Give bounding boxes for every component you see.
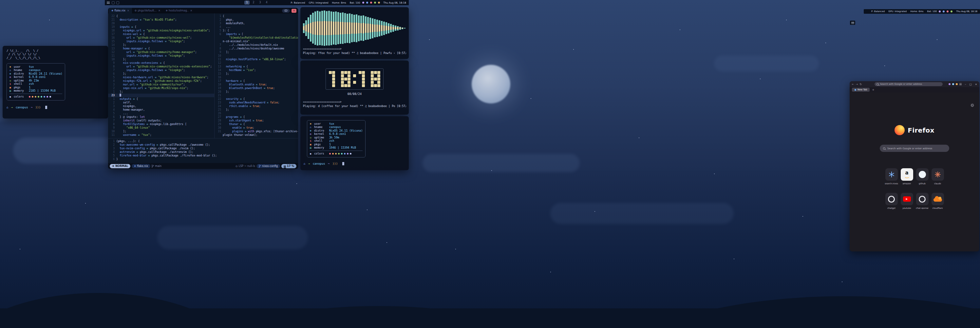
url-bar[interactable] xyxy=(875,82,943,86)
close-tab-icon[interactable]: × xyxy=(190,9,192,12)
cava-bar xyxy=(365,16,366,40)
app-menu-icon[interactable] xyxy=(959,83,962,85)
color-dot xyxy=(46,96,48,98)
line-number: 4 xyxy=(215,25,223,29)
shell-prompt[interactable]: ⌂ → canopus ~ ))) xyxy=(6,106,104,109)
battery-icon[interactable] xyxy=(374,2,376,3)
volume-icon[interactable] xyxy=(939,11,941,13)
shortcut-chatgpt[interactable]: chatgpt xyxy=(884,193,899,209)
terminal-window-visualizer[interactable]: ======================> Playing: ffee fo… xyxy=(301,7,409,59)
workspace-button-2[interactable]: 2 xyxy=(251,1,256,5)
line-number: 10 xyxy=(108,130,116,133)
color-dot xyxy=(38,96,39,98)
extension-icon[interactable] xyxy=(948,83,951,85)
forward-icon[interactable]: → xyxy=(856,83,858,86)
maximize-button[interactable]: □ xyxy=(969,83,972,86)
clock-digits xyxy=(329,71,380,87)
terminal-window-fetch-right[interactable]: ☻usertux⌂hnamecanopus❄distroNixOS 24.11 … xyxy=(301,116,409,170)
prompt-path: ~ xyxy=(328,162,329,165)
code-line: 3 modulesPath, xyxy=(215,22,298,25)
search-input[interactable] xyxy=(887,147,946,150)
eye-button[interactable] xyxy=(282,9,290,13)
tab-hosts-isoimage[interactable]: ❄ hosts/isoImag.. × xyxy=(163,8,195,13)
personalize-gear-icon[interactable] xyxy=(970,102,974,108)
fetch-label: kernel xyxy=(14,75,29,79)
line-number xyxy=(215,133,223,137)
firefox-window[interactable]: ← → ↻ – □ × New Tab + xyxy=(850,81,979,251)
lsp-label: LSP ~ null-ls xyxy=(239,165,255,168)
workspace-button-1[interactable]: 1 xyxy=(244,1,250,5)
network-icon[interactable] xyxy=(943,11,945,13)
progress-separator: ======================> xyxy=(303,47,406,51)
color-dot xyxy=(341,153,343,155)
fetch-label: user xyxy=(314,122,329,126)
volume-icon[interactable] xyxy=(362,2,364,3)
code-line: 20 xyxy=(108,22,214,25)
code-line: 22{ xyxy=(108,14,214,18)
prompt-symbol: ))) xyxy=(332,162,338,165)
color-dot xyxy=(338,153,340,155)
color-dot xyxy=(335,153,337,155)
power-icon[interactable] xyxy=(378,2,380,3)
tab-new-tab[interactable]: New Tab xyxy=(852,88,870,92)
tray-icon-2[interactable] xyxy=(116,1,119,4)
arrow-icon: → xyxy=(308,162,310,165)
notifications-icon[interactable] xyxy=(947,11,948,13)
shortcut-amazon[interactable]: a amazon xyxy=(899,168,915,185)
shortcut-chat-openai[interactable]: chat.openai xyxy=(915,193,930,209)
terminal-cursor xyxy=(342,162,344,165)
new-tab-button[interactable]: + xyxy=(872,88,875,91)
launcher-button[interactable] xyxy=(850,21,855,25)
url-input[interactable] xyxy=(880,83,941,86)
line-number: 6 xyxy=(108,115,116,119)
close-tab-icon[interactable]: × xyxy=(158,9,161,12)
shortcut-youtube[interactable]: ▶ youtube xyxy=(899,193,915,209)
line-number: 7 xyxy=(108,68,116,72)
workspace-button-4[interactable]: 4 xyxy=(264,1,269,5)
reload-icon[interactable]: ↻ xyxy=(859,83,862,86)
battery-icon[interactable] xyxy=(951,11,953,13)
tray-icon-1[interactable] xyxy=(112,1,115,4)
notifications-icon[interactable] xyxy=(370,2,372,3)
shell-prompt[interactable]: ⌂ → canopus ~ ))) xyxy=(304,162,406,166)
back-icon[interactable]: ← xyxy=(852,83,854,86)
workspace-button-3[interactable]: 3 xyxy=(258,1,262,5)
shortcut-cloudflare[interactable]: cloudflare xyxy=(930,193,945,209)
status-item: Home: 8ms xyxy=(332,1,346,4)
clock-digit xyxy=(359,71,368,87)
shield-icon[interactable] xyxy=(956,83,958,85)
shortcut-github[interactable]: github xyxy=(915,168,930,185)
top-bar-secondary: P: BalancedGPU: IntegratedHome: 6msBat: … xyxy=(864,9,980,14)
amazon-icon: a xyxy=(904,171,910,178)
terminal-window-clock[interactable]: 08/08/24 ======================> Playing… xyxy=(301,60,409,114)
ascii-art-line: / \(_). _ /\ \ / xyxy=(6,49,104,53)
menu-icon[interactable] xyxy=(107,2,110,3)
editor-pane-flake[interactable]: 22{21 description = "tux's NixOS Flake";… xyxy=(108,13,215,138)
shortcut-search-nixos[interactable]: search.nixos xyxy=(884,168,899,185)
code-line: 15 inputs.nixpkgs.follows = "nixpkgs"; xyxy=(108,40,214,43)
palette-dots xyxy=(329,152,353,155)
fetch-row: ❄distroNixOS 24.11 (Vicuna) xyxy=(10,72,62,76)
editor-pane-iso[interactable]: 1{2 pkgs,3 modulesPath,4 ...5}: {6 impor… xyxy=(215,13,298,138)
shortcut-claude[interactable]: claude xyxy=(930,168,945,185)
close-button[interactable]: × xyxy=(975,83,977,86)
editor-pane-pkgs[interactable]: 1{pkgs, ...}: {2 tux-awesome-wm-config =… xyxy=(108,138,298,163)
line-number: 11 xyxy=(108,133,116,137)
search-bar[interactable] xyxy=(880,145,949,152)
window-close-button[interactable]: × xyxy=(291,9,296,13)
minimize-button[interactable]: – xyxy=(965,83,966,86)
shell-icon: $ xyxy=(10,82,14,86)
code-line: 10 xyxy=(215,54,298,58)
line-number: 29 xyxy=(215,122,223,126)
fetch-value: 1946 | 15394 MiB xyxy=(329,146,356,150)
close-tab-icon[interactable]: × xyxy=(127,9,129,12)
terminal-window-fetch-left[interactable]: / \(_). _ /\ \ / / /\ \/ \/ \/ \//_/ \_\… xyxy=(3,46,108,119)
neovim-window[interactable]: ❄ flake.nix × ⚙ pkgs/default... × ❄ host… xyxy=(108,8,298,169)
account-icon[interactable] xyxy=(952,83,954,85)
tab-pkgs-default[interactable]: ⚙ pkgs/default... × xyxy=(132,8,163,13)
code-line: 24 rtkit.enable = true; xyxy=(215,105,298,108)
line-number: 14 xyxy=(215,68,223,72)
fetch-value: canopus xyxy=(29,68,41,72)
network-icon[interactable] xyxy=(366,2,368,3)
tab-flake-nix[interactable]: ❄ flake.nix × xyxy=(109,8,132,13)
